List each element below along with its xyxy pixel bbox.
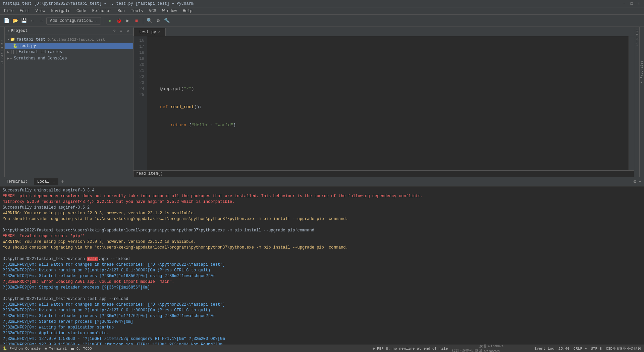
term-line-24: ?[32mINFO?[0m: 127.0.0.1:58660 - "?[1mGE… bbox=[3, 336, 641, 342]
expand-arrow-fastapi: ▾ bbox=[7, 38, 9, 42]
menu-navigate[interactable]: Navigate bbox=[48, 8, 73, 14]
settings-button[interactable]: ⚙ bbox=[155, 17, 162, 25]
minimize-button[interactable]: – bbox=[622, 1, 627, 6]
tab-close-test-py[interactable]: × bbox=[158, 30, 160, 34]
left-sidebar: 2: Structure bbox=[0, 27, 5, 177]
menu-tools[interactable]: Tools bbox=[128, 8, 146, 14]
menu-code[interactable]: Code bbox=[74, 8, 89, 14]
tree-item-external-libs[interactable]: ▶ ||| External Libraries bbox=[5, 49, 133, 55]
ln-25: 25 bbox=[133, 92, 144, 98]
project-controls: ⚙ ≡ ⚙ bbox=[112, 28, 130, 34]
term-line-5: WARNING: You are using pip version 22.0.… bbox=[3, 211, 641, 216]
favorites-panel: ★ Favorites bbox=[639, 27, 644, 177]
ln-19: 19 bbox=[133, 56, 144, 62]
tree-item-fastapi-test[interactable]: ▾ 📁 fastapi_test D:\python2022\fastapi_t… bbox=[5, 36, 133, 43]
run-with-coverage-button[interactable]: ▶ bbox=[124, 17, 131, 25]
menu-run[interactable]: Run bbox=[115, 8, 127, 14]
status-right: ⊖ PEP 8: no newline at end of file 激活 Wi… bbox=[373, 344, 641, 352]
term-line-15: ?[31mERROR?[0m: Error loading ASGI app. … bbox=[3, 279, 641, 285]
encoding[interactable]: UTF-8 bbox=[591, 347, 602, 351]
term-line-16: ?[32mINFO?[0m: Stopping reloader process… bbox=[3, 285, 641, 291]
folder-icon-scratch: ✏ bbox=[10, 56, 12, 61]
tree-label-fastapi: fastapi_test bbox=[16, 37, 45, 42]
title-bar-text: fastapi_test [D:\python2022\fastapi_test… bbox=[3, 1, 194, 6]
cursor-position[interactable]: 25:40 bbox=[558, 347, 570, 351]
terminal-minimize-button[interactable]: — bbox=[639, 179, 641, 184]
menu-view[interactable]: View bbox=[33, 8, 48, 14]
code-scrollbar[interactable] bbox=[629, 36, 634, 170]
debug-button[interactable]: 🐞 bbox=[115, 17, 123, 25]
editor-area: test.py × 16 17 18 19 20 21 22 23 24 25 bbox=[133, 27, 634, 177]
term-line-10: You should consider upgrading via the 'c… bbox=[3, 245, 641, 251]
menu-file[interactable]: File bbox=[1, 8, 16, 14]
menu-edit[interactable]: Edit bbox=[17, 8, 32, 14]
term-line-23: ?[32mINFO?[0m: Application startup compl… bbox=[3, 331, 641, 336]
code-line-22 bbox=[150, 159, 626, 165]
tab-local-close[interactable]: × bbox=[53, 180, 55, 184]
bottom-panel: Terminal: Local × + ⚙ — Successfully uni… bbox=[0, 177, 644, 345]
csdn-label[interactable]: CSDN·@亚亚不会吹风 bbox=[606, 346, 641, 351]
menu-refactor[interactable]: Refactor bbox=[90, 8, 114, 14]
tab-local[interactable]: Local × bbox=[34, 178, 58, 185]
tree-label-test-py: test.py bbox=[19, 44, 36, 48]
project-settings-button[interactable]: ⚙ bbox=[125, 28, 130, 34]
new-file-button[interactable]: 📄 bbox=[3, 17, 10, 25]
maximize-button[interactable]: □ bbox=[629, 1, 634, 6]
term-line-7: D:\python2022\fastapi_test>c:\users\keki… bbox=[3, 228, 641, 233]
code-text[interactable]: @app.get("/") def read_root(): return {"… bbox=[147, 36, 629, 170]
favorites-label[interactable]: ★ Favorites bbox=[640, 60, 644, 84]
database-panel-label[interactable]: Database bbox=[634, 28, 639, 47]
close-button[interactable]: × bbox=[637, 1, 641, 6]
menu-vcs[interactable]: VCS bbox=[146, 8, 159, 14]
term-blank-3 bbox=[3, 291, 641, 296]
vcs-button[interactable]: 🔧 bbox=[163, 17, 171, 25]
term-line-9: WARNING: You are using pip version 22.0.… bbox=[3, 239, 641, 245]
code-line-18: @app.get("/") bbox=[150, 86, 626, 92]
expand-arrow-scratch: ▶ bbox=[7, 56, 9, 60]
terminal-tab-bar: Terminal: Local × + ⚙ — bbox=[0, 177, 644, 186]
structure-panel-label[interactable]: 2: Structure bbox=[0, 40, 4, 64]
ln-24: 24 bbox=[133, 86, 144, 92]
tree-item-scratches[interactable]: ▶ ✏ Scratches and Consoles bbox=[5, 55, 133, 61]
tree-label-ext-libs: External Libraries bbox=[19, 50, 62, 54]
add-configuration-button[interactable]: Add Configuration… . bbox=[46, 17, 101, 25]
project-title[interactable]: Project bbox=[11, 29, 28, 33]
tab-test-py[interactable]: test.py × bbox=[133, 28, 166, 36]
code-content: 16 17 18 19 20 21 22 23 24 25 @app.get("… bbox=[133, 36, 634, 170]
term-line-6: You should consider upgrading via the 'c… bbox=[3, 216, 641, 222]
code-hint-bar: read_item() bbox=[133, 170, 634, 177]
terminal-status-tab[interactable]: ■ Terminal bbox=[45, 347, 67, 351]
tree-label-scratches: Scratches and Consoles bbox=[14, 56, 67, 61]
save-button[interactable]: 💾 bbox=[20, 17, 28, 25]
project-cog-button[interactable]: ⚙ bbox=[112, 28, 117, 34]
term-line-11: D:\python2022\fastapi_test>uvicorn main:… bbox=[3, 256, 641, 262]
project-expand-icon: ▾ bbox=[7, 29, 9, 33]
run-button[interactable]: ▶ bbox=[107, 17, 114, 25]
tree-item-test-py[interactable]: 🐍 test.py bbox=[5, 43, 133, 49]
ln-21: 21 bbox=[133, 68, 144, 74]
open-button[interactable]: 📂 bbox=[11, 17, 19, 25]
event-log[interactable]: Event Log bbox=[534, 347, 554, 351]
menu-window[interactable]: Window bbox=[160, 8, 179, 14]
tab-label-test-py: test.py bbox=[139, 30, 156, 35]
code-line-21 bbox=[150, 140, 626, 146]
project-header: ▾ Project ⚙ ≡ ⚙ bbox=[5, 27, 133, 35]
new-terminal-button[interactable]: + bbox=[61, 179, 64, 185]
term-line-18: ?[32mINFO?[0m: Will watch for changes in… bbox=[3, 302, 641, 308]
line-ending[interactable]: CRLF ÷ bbox=[574, 347, 587, 351]
search-button[interactable]: 🔍 bbox=[146, 17, 153, 25]
forward-button[interactable]: → bbox=[38, 17, 45, 25]
terminal-settings-button[interactable]: ⚙ bbox=[633, 179, 636, 184]
project-gear-button[interactable]: ≡ bbox=[118, 28, 124, 34]
pep8-warning[interactable]: ⊖ PEP 8: no newline at end of file bbox=[373, 346, 448, 351]
back-button[interactable]: ← bbox=[29, 17, 36, 25]
python-console-tab[interactable]: 🐍 Python Console bbox=[3, 346, 41, 351]
term-line-12: ?[32mINFO?[0m: Will watch for changes in… bbox=[3, 262, 641, 268]
terminal-output[interactable]: Successfully uninstalled asgiref-3.3.4 E… bbox=[0, 186, 644, 345]
ln-23: 23 bbox=[133, 80, 144, 86]
stop-button[interactable]: ■ bbox=[133, 17, 140, 25]
term-line-2: ERROR: pip's dependency resolver does no… bbox=[3, 193, 641, 199]
term-line-8: ERROR: Invalid requirement: 'pip'' bbox=[3, 233, 641, 239]
todo-tab[interactable]: ☰ 6: TODO bbox=[71, 346, 92, 351]
menu-help[interactable]: Help bbox=[180, 8, 195, 14]
